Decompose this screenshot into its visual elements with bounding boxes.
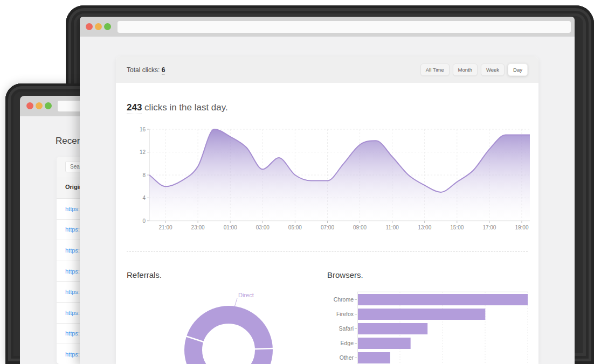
svg-text:Firefox: Firefox (336, 311, 354, 317)
close-window-icon[interactable] (26, 102, 33, 109)
total-clicks-label: Total clicks: (127, 66, 160, 74)
minimize-window-icon[interactable] (36, 102, 43, 109)
svg-text:23:00: 23:00 (191, 225, 205, 230)
maximize-window-icon[interactable] (45, 102, 52, 109)
svg-text:Direct: Direct (238, 292, 254, 298)
analytics-card-body: 243 clicks in the last day. 21:0023:0001… (116, 83, 538, 364)
svg-text:11:00: 11:00 (385, 225, 399, 230)
minimize-window-icon[interactable] (95, 23, 102, 30)
svg-text:12: 12 (140, 149, 146, 155)
range-button-month[interactable]: Month (453, 64, 478, 76)
svg-text:Safari: Safari (339, 325, 354, 332)
svg-text:Chrome: Chrome (334, 296, 354, 303)
total-clicks: Total clicks: 6 (127, 66, 165, 74)
close-window-icon[interactable] (86, 23, 93, 30)
referrals-title: Referrals. (127, 270, 162, 279)
analytics-card-header: Total clicks: 6 All Time Month Week Day (116, 57, 538, 83)
svg-text:Edge: Edge (340, 340, 354, 346)
front-window-titlebar (80, 17, 575, 37)
browsers-bar-chart: ChromeFirefoxSafariEdgeOther (321, 288, 531, 364)
front-window-content: Total clicks: 6 All Time Month Week Day … (80, 37, 575, 364)
svg-text:19:00: 19:00 (515, 225, 528, 230)
svg-text:07:00: 07:00 (321, 225, 334, 230)
analytics-card: Total clicks: 6 All Time Month Week Day … (116, 57, 538, 364)
svg-text:09:00: 09:00 (353, 225, 367, 230)
svg-text:21:00: 21:00 (159, 225, 172, 230)
svg-text:8: 8 (142, 172, 146, 178)
clicks-count: 243 (127, 102, 142, 114)
clicks-headline-text: clicks in the last day. (142, 102, 227, 113)
front-window: Total clicks: 6 All Time Month Week Day … (80, 17, 575, 364)
svg-text:05:00: 05:00 (288, 225, 302, 230)
range-button-week[interactable]: Week (481, 64, 505, 76)
svg-text:Other: Other (340, 354, 354, 361)
total-clicks-value: 6 (162, 66, 165, 75)
range-button-all-time[interactable]: All Time (420, 64, 450, 76)
svg-text:4: 4 (142, 195, 146, 201)
svg-text:03:00: 03:00 (256, 225, 270, 230)
front-url-bar[interactable] (118, 21, 571, 33)
browsers-title: Browsers. (327, 270, 363, 279)
range-button-day[interactable]: Day (508, 64, 528, 76)
range-filter-group: All Time Month Week Day (420, 64, 528, 76)
svg-text:0: 0 (142, 218, 146, 224)
svg-text:13:00: 13:00 (418, 225, 431, 230)
referrals-donut-chart: Direct (181, 285, 278, 364)
svg-text:16: 16 (140, 127, 146, 132)
clicks-area-chart: 21:0023:0001:0003:0005:0007:0009:0011:00… (121, 127, 536, 234)
section-divider (127, 251, 528, 252)
svg-text:15:00: 15:00 (450, 225, 464, 230)
svg-text:01:00: 01:00 (224, 225, 237, 230)
clicks-headline: 243 clicks in the last day. (127, 102, 228, 113)
maximize-window-icon[interactable] (104, 23, 111, 30)
svg-text:17:00: 17:00 (482, 225, 496, 230)
